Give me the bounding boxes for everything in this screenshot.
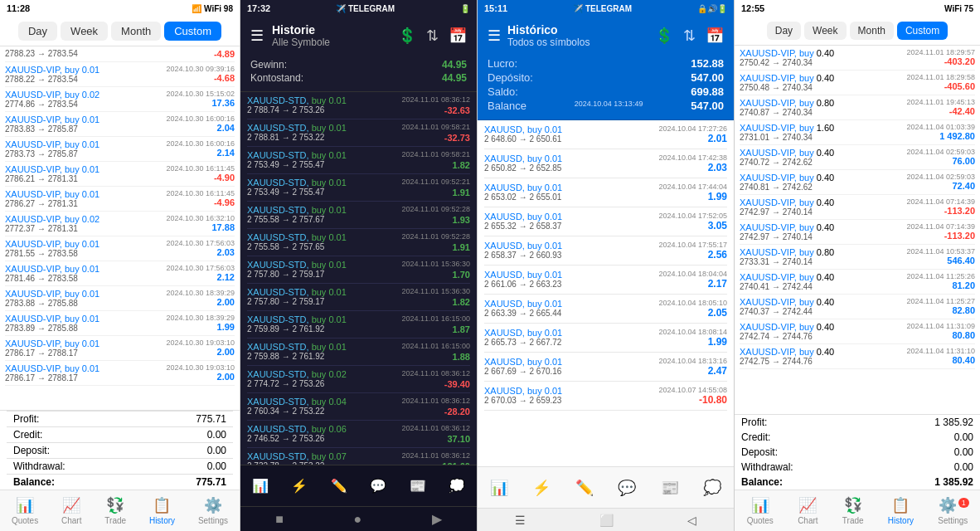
summary-credit: Credit:0.00 (7, 426, 233, 442)
p2-nav-chat[interactable]: 💭 (449, 478, 465, 494)
p4-nav-quotes[interactable]: 📊 Quotes (747, 496, 774, 525)
nav-quotes[interactable]: 📊 Quotes (12, 496, 38, 525)
p3-calendar-icon[interactable]: 📅 (706, 27, 724, 45)
trade-icon: 💱 (106, 496, 124, 514)
nav-trade[interactable]: 💱 Trade (104, 496, 126, 525)
p2-quotes-icon: 📊 (252, 478, 269, 494)
panel-2: 17:32 ✈️ TELEGRAM 🔋 ☰ Historie Alle Symb… (240, 0, 478, 531)
table-row: XAUUSD-VIP, buy 0.01 2783.73 → 2785.87 2… (5, 137, 235, 162)
table-row: XAUUSD-VIP, buy 0.01 2783.83 → 2785.87 2… (5, 112, 235, 137)
table-row: XAUUSD-VIP, buy 0.80 2733.31 → 2740.14 2… (740, 245, 975, 270)
p2-messages-icon: 💬 (370, 478, 386, 494)
p2-sort-icon[interactable]: ⇅ (426, 27, 439, 45)
p3-summary: Lucro:152.88 Depósito:547.00 Saldo:699.8… (478, 55, 734, 120)
p2-stop-icon[interactable]: ■ (275, 512, 284, 527)
table-row: XAUUSD-VIP, buy 0.40 2742.75 → 2744.76 2… (740, 344, 975, 369)
p2-nav-chart[interactable]: ⚡ (291, 478, 308, 494)
tab-week[interactable]: Week (61, 22, 108, 41)
p3-subtitle: Todos os símbolos (507, 37, 589, 48)
p2-nav-messages[interactable]: 💬 (370, 478, 386, 494)
p2-nav-trade[interactable]: ✏️ (331, 478, 347, 494)
p2-nav-news[interactable]: 📰 (410, 478, 426, 494)
p2-trade-icon: ✏️ (331, 478, 347, 494)
nav-settings[interactable]: ⚙️ Settings (198, 496, 228, 525)
p4-status-bar: 12:55 WiFi 75 (735, 0, 980, 17)
p4-trade-list: XAUUSD-VIP, buy 0.40 2750.42 → 2740.34 2… (735, 46, 980, 414)
p3-home-ctrl-icon[interactable]: ⬜ (599, 514, 614, 527)
p2-gewinn: Gewinn:44.95 (250, 58, 467, 71)
p3-sort-icon[interactable]: ⇅ (683, 27, 696, 45)
p2-currency-icon[interactable]: 💲 (398, 27, 416, 45)
table-row: 2788.23 → 2783.54 -4.89 (5, 46, 235, 62)
p4-tab-week[interactable]: Week (804, 22, 846, 40)
settings-icon: ⚙️ (204, 496, 222, 514)
p2-bottom-nav: 📊 ⚡ ✏️ 💬 📰 💭 (240, 465, 477, 506)
p4-summary-credit: Credit:0.00 (741, 430, 973, 445)
panel-1: 11:28 📶 WiFi 98 Day Week Month Custom 27… (0, 0, 240, 531)
p3-nav-chart[interactable]: ⚡ (532, 479, 551, 497)
nav-history-label: History (149, 516, 175, 525)
list-item: XAUUSD-STD, buy 0.01 2024.11.01 09:58:21… (247, 119, 470, 147)
p1-status-icons: 📶 WiFi 98 (192, 4, 233, 13)
p4-tab-custom[interactable]: Custom (897, 22, 948, 40)
tab-month[interactable]: Month (111, 22, 161, 41)
panel-3: 15:11 ✈️ TELEGRAM 🔒🔊🔋 ☰ Histórico Todos … (478, 0, 735, 531)
p3-back-ctrl-icon[interactable]: ◁ (687, 514, 696, 527)
p4-nav-trade[interactable]: 💱 Trade (842, 496, 864, 525)
p3-currency-icon[interactable]: 💲 (655, 27, 673, 45)
p2-menu-icon[interactable]: ☰ (250, 27, 264, 45)
list-item: XAUUSD-STD, buy 0.01 2024.11.01 16:15:00… (247, 339, 470, 366)
p3-header-icons: 💲 ⇅ 📅 (655, 27, 724, 45)
nav-history[interactable]: 📋 History (149, 496, 175, 525)
quotes-icon: 📊 (16, 496, 34, 514)
p4-tab-day[interactable]: Day (767, 22, 801, 40)
tab-day[interactable]: Day (18, 22, 57, 41)
p3-nav-chat[interactable]: 💭 (703, 479, 721, 497)
tab-custom[interactable]: Custom (164, 22, 221, 41)
p2-chat-icon: 💭 (449, 478, 465, 494)
table-row: XAUUSD-VIP, buy 0.40 2742.97 → 2740.14 2… (740, 195, 975, 220)
p4-summary-balance: Balance:1 385.92 (741, 475, 973, 490)
p4-nav-settings[interactable]: ⚙️1 Settings (938, 496, 968, 525)
p2-header-icons: 💲 ⇅ 📅 (398, 27, 467, 45)
p3-menu-icon[interactable]: ☰ (488, 27, 501, 45)
p4-nav-chart[interactable]: 📈 Chart (798, 496, 817, 525)
p3-menu-ctrl-icon[interactable]: ☰ (515, 514, 526, 527)
p2-calendar-icon[interactable]: 📅 (449, 27, 467, 45)
p1-time: 11:28 (7, 3, 30, 13)
list-item: XAUUSD-STD, buy 0.07 2024.11.01 08:36:12… (247, 448, 470, 465)
table-row: XAUUSD-VIP, buy 0.01 2786.21 → 2781.31 2… (5, 162, 235, 187)
table-row: XAUUSD-VIP, buy 0.02 2774.86 → 2783.54 2… (5, 87, 235, 112)
p3-nav-quotes[interactable]: 📊 (490, 479, 508, 497)
p2-subtitle: Alle Symbole (272, 37, 390, 48)
p4-settings-icon: ⚙️1 (939, 496, 968, 514)
table-row: XAUUSD-VIP, buy 0.40 2740.37 → 2742.44 2… (740, 295, 975, 319)
p3-status-bar: 15:11 ✈️ TELEGRAM 🔒🔊🔋 (478, 0, 734, 17)
p4-tab-month[interactable]: Month (850, 22, 894, 40)
p2-home-icon[interactable]: ● (353, 512, 361, 527)
p3-nav-trade[interactable]: ✏️ (575, 479, 594, 497)
p4-nav-history[interactable]: 📋 History (888, 496, 914, 525)
table-row: XAUUSD-VIP, buy 1.60 2731.01 → 2740.34 2… (740, 120, 975, 145)
p3-bottom-nav: 📊 ⚡ ✏️ 💬 📰 💭 (478, 466, 734, 508)
p3-nav-news[interactable]: 📰 (661, 479, 679, 497)
p3-trade-icon: ✏️ (575, 479, 594, 497)
p2-back-icon[interactable]: ▶ (432, 511, 442, 527)
list-item: XAUUSD-STD, buy 0.01 2024.11.01 09:52:28… (247, 202, 470, 229)
p4-status-icons: WiFi 75 (944, 4, 973, 13)
list-item: XAUUSD, buy 0.01 2 658.37 → 2 660.93 202… (484, 236, 727, 266)
list-item: XAUUSD, buy 0.01 2 655.32 → 2 658.37 202… (484, 207, 727, 236)
p4-nav-trade-label: Trade (842, 516, 864, 525)
list-item: XAUUSD-STD, buy 0.01 2024.11.01 09:52:28… (247, 229, 470, 256)
p3-balance: Balance 2024.10.04 13:13:49 547.00 (488, 99, 724, 113)
list-item: XAUUSD-STD, buy 0.01 2024.11.01 08:36:12… (247, 92, 470, 119)
p3-quotes-icon: 📊 (490, 479, 508, 497)
table-row: XAUUSD-VIP, buy 0.01 2786.27 → 2781.31 2… (5, 187, 235, 212)
p4-trade-icon: 💱 (844, 496, 862, 514)
p4-history-icon: 📋 (891, 496, 910, 514)
table-row: XAUUSD-VIP, buy 0.40 2740.72 → 2742.62 2… (740, 145, 975, 170)
p3-nav-messages[interactable]: 💬 (618, 479, 636, 497)
p2-nav-quotes[interactable]: 📊 (252, 478, 269, 494)
p2-chart-icon: ⚡ (291, 478, 308, 494)
nav-chart[interactable]: 📈 Chart (61, 496, 81, 525)
